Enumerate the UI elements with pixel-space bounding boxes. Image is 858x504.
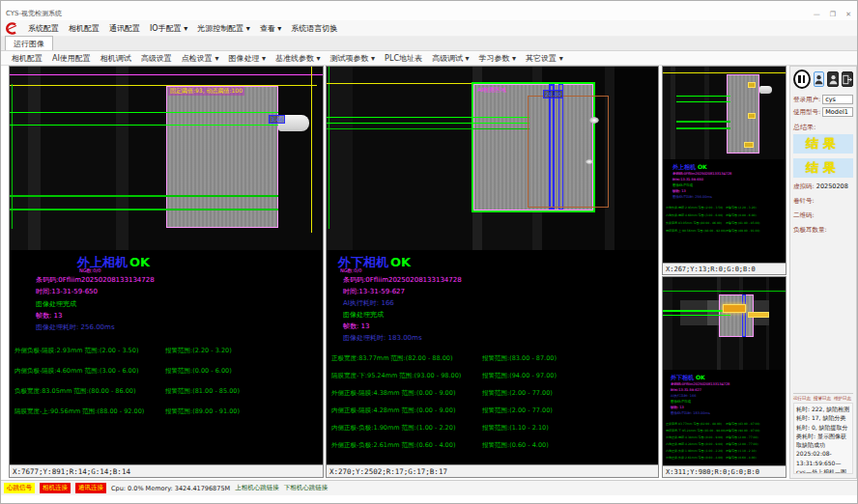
green-line <box>10 125 278 126</box>
tool-advanced-debug[interactable]: 高级调试 ▾ <box>427 52 474 65</box>
pause-button[interactable] <box>793 70 811 89</box>
yellow-line <box>663 72 786 73</box>
log-tab-maintain[interactable]: 维护日志 <box>834 396 851 401</box>
person-icon <box>829 74 838 85</box>
log-output[interactable]: 耗时: 222, 缺陷检测耗时: 17, 缺陷分类耗时: 0, 缺陷提取分类耗时… <box>793 403 853 474</box>
menu-io-config[interactable]: IO手配置 ▾ <box>145 21 192 36</box>
user-switch-button[interactable] <box>827 71 839 87</box>
green-line <box>327 128 529 129</box>
tool-camera-debug[interactable]: 相机调试 <box>96 52 136 65</box>
green-line <box>10 209 278 210</box>
center-pixel-status: X:270;Y:2502;R:17;G:17;B:17 <box>327 464 658 477</box>
frames-line: 帧数: 13 <box>671 406 684 409</box>
time-line: 时间:13-31-59-650 <box>672 178 703 182</box>
log-section: 运行日志 报警日志 维护日志 耗时: 222, 缺陷检测耗时: 17, 缺陷分类… <box>793 393 853 478</box>
qr-code-row: 二维码: <box>793 211 853 220</box>
green-line <box>10 195 278 197</box>
log-tabs: 运行日志 报警日志 维护日志 <box>793 396 853 401</box>
frames-line: 帧数: 13 <box>343 322 370 331</box>
blue-detect-rect <box>742 294 746 337</box>
yellow-line <box>327 83 472 84</box>
minimize-icon[interactable]: — <box>814 11 820 18</box>
menu-camera-config[interactable]: 相机配置 <box>64 21 104 36</box>
menu-light-config[interactable]: 光源控制配置 ▾ <box>192 21 255 36</box>
process-time-line: 图像处理耗时: 183.00ms <box>671 411 710 415</box>
green-border <box>472 82 473 212</box>
sidebar-buttons <box>793 70 853 89</box>
mini-top-camera-panel: 外上相机OK 条码码:0Ffliim20250208133134728 时间:1… <box>662 66 786 275</box>
ai-time-line: AI执行耗时: 166 <box>671 394 696 398</box>
blue-measure-label: 28.80 <box>543 90 563 98</box>
mini-top-pixel-status: X:267;Y:13;R:0;G:0;B:0 <box>663 263 786 274</box>
mini-bottom-result-text: 外下相机OK 条码码:0Ffliim20250208133134728 时间:1… <box>663 370 786 465</box>
green-border <box>472 210 595 212</box>
result-ok: OK <box>129 255 150 269</box>
tool-plc-address[interactable]: PLC地址表 <box>380 52 427 65</box>
process-done-line: 图像处理完成 <box>343 310 384 320</box>
frames-line: 帧数: 13 <box>672 189 686 193</box>
measurement-row: 外侧正极-负极:2.61mm 范围:(0.60 - 4.00)报警范围:(0.6… <box>666 456 784 460</box>
log-tab-run[interactable]: 运行日志 <box>793 396 811 401</box>
model-input[interactable] <box>822 107 853 117</box>
measurement-row: 负极宽度:83.05mm 范围:(80.00 - 86.00)报警范围:(81.… <box>666 221 784 225</box>
menu-language-switch[interactable]: 系统语言切换 <box>286 21 342 36</box>
tool-other-settings[interactable]: 其它设置 ▾ <box>521 52 568 65</box>
process-done-line: 图像处理完成 <box>672 183 693 187</box>
time-line: 时间:13-31-59-627 <box>343 287 405 296</box>
exit-door-icon <box>843 74 852 85</box>
tool-image-processing[interactable]: 图像处理 ▾ <box>223 52 271 65</box>
process-time-line: 图像处理耗时: 256.00ms <box>672 195 712 199</box>
measurement-row: 外侧负极-隔膜:2.93mm 范围:(2.00 - 3.50)报警范围:(2.2… <box>666 206 784 210</box>
upper-camera-heartbeat: 上相机心跳链接 <box>235 484 279 492</box>
green-line <box>663 291 786 292</box>
green-line <box>676 101 730 102</box>
tool-spotcheck-settings[interactable]: 点检设置 ▾ <box>177 52 224 65</box>
pin-number-row: 卷针号: <box>793 197 853 206</box>
mini-bottom-image[interactable] <box>663 277 786 370</box>
tool-camera-config[interactable]: 相机配置 <box>7 52 47 65</box>
tab-run-image[interactable]: 运行图像 <box>5 36 53 50</box>
lower-camera-heartbeat: 下相机心跳链接 <box>284 484 329 492</box>
left-camera-panel: 固定阈值:93, 动态阈值:100 3.46 外上相机OK NG数:0/0 条码… <box>9 66 324 478</box>
barcode-line: 条码码:0Ffliim20250208133134728 <box>36 275 155 285</box>
tool-ai-config[interactable]: AI使用配置 <box>47 52 96 65</box>
center-camera-image[interactable]: AI检测区域 28.80 <box>327 67 658 250</box>
mini-bottom-camera-panel: 外下相机OK 条码码:0Ffliim20250208133134728 时间:1… <box>662 276 786 478</box>
measurement-row: 内侧正极-隔膜:4.28mm 范围:(0.00 - 9.00)报警范围:(2.0… <box>331 406 654 415</box>
tab-count-row: 负极耳数量: <box>793 226 853 235</box>
left-camera-image[interactable]: 固定阈值:93, 动态阈值:100 3.46 <box>10 67 323 250</box>
measurement-row: 外侧正极-隔膜:4.38mm 范围:(0.00 - 9.00)报警范围:(2.0… <box>666 435 784 439</box>
user-login-button[interactable] <box>814 71 825 87</box>
exit-button[interactable] <box>842 71 853 87</box>
maximize-icon[interactable]: ❐ <box>830 11 836 18</box>
tool-baseline-params[interactable]: 基准线参数 ▾ <box>271 52 326 65</box>
measurement-row: 内侧正极-负极:1.90mm 范围:(1.00 - 2.20)报警范围:(1.1… <box>666 449 784 453</box>
process-time-line: 图像处理耗时: 256.00ms <box>36 322 115 332</box>
camera-title: 外上相机OK <box>672 163 707 172</box>
green-line <box>327 117 529 118</box>
green-vline <box>12 84 13 229</box>
menu-system-config[interactable]: 系统配置 <box>23 21 64 36</box>
mini-top-image[interactable] <box>663 67 786 159</box>
left-result-text: 外上相机OK NG数:0/0 条码码:0Ffliim20250208133134… <box>10 250 323 464</box>
tool-advanced-settings[interactable]: 高级设置 <box>136 52 177 65</box>
annotation-chip <box>748 82 756 88</box>
barcode-line: 条码码:0Ffliim20250208133134728 <box>343 275 462 285</box>
result-badge-lower: 结果 <box>793 158 853 178</box>
mini-top-result-text: 外上相机OK 条码码:0Ffliim20250208133134728 时间:1… <box>663 159 786 263</box>
green-line <box>663 310 730 312</box>
green-line <box>676 96 730 97</box>
close-icon[interactable]: ✕ <box>845 11 851 18</box>
measurement-row: 隔膜宽度-上:90.56mm 范围:(88.00 - 92.00)报警范围:(8… <box>666 229 784 233</box>
annotation-chip <box>723 304 746 313</box>
heartbeat-badge: 心跳信号 <box>4 483 35 493</box>
menu-comm-config[interactable]: 通讯配置 <box>104 21 145 36</box>
login-user-input[interactable] <box>822 95 853 104</box>
measurement-row: 内侧负极-隔膜:4.60mm 范围:(3.00 - 6.00)报警范围:(0.0… <box>666 213 784 217</box>
person-icon <box>815 74 823 85</box>
log-tab-alarm[interactable]: 报警日志 <box>814 396 831 401</box>
menu-view[interactable]: 查看 ▾ <box>255 21 287 36</box>
process-done-line: 图像处理完成 <box>36 299 76 309</box>
tool-test-params[interactable]: 测试项参数 ▾ <box>326 52 381 65</box>
tool-learning-params[interactable]: 学习参数 ▾ <box>474 52 522 65</box>
